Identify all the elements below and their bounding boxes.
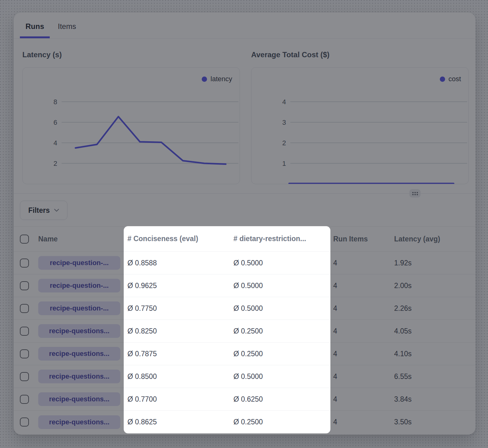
svg-text:2: 2 [53, 160, 57, 167]
svg-text:8: 8 [53, 98, 57, 106]
runs-table: Name # Conciseness (eval) # dietary-rest… [14, 226, 476, 433]
cell-run-items: 4 [330, 343, 394, 365]
legend-dot-icon [202, 77, 207, 82]
row-checkbox[interactable] [20, 327, 29, 336]
column-header-name: Name [38, 226, 124, 252]
row-checkbox[interactable] [20, 418, 29, 427]
run-name-badge[interactable]: recipe-question-... [38, 256, 120, 270]
grip-dots-icon [412, 191, 418, 196]
svg-text:4: 4 [53, 139, 57, 147]
cell-run-items: 4 [330, 365, 394, 388]
charts-section: Latency (s) 8642 latency Average Total C… [14, 39, 476, 184]
row-checkbox-cell [14, 320, 38, 343]
cell-dietary: Ø 0.2500 [230, 411, 330, 433]
cell-latency: 4.05s [394, 320, 476, 343]
cost-chart-title: Average Total Cost ($) [251, 50, 469, 59]
cell-latency: 1.92s [394, 252, 476, 274]
cell-run-items: 4 [330, 297, 394, 320]
run-name-badge[interactable]: recipe-questions... [38, 415, 120, 429]
legend-label: latency [210, 75, 232, 83]
cell-dietary: Ø 0.5000 [230, 365, 330, 388]
row-checkbox-cell [14, 365, 38, 388]
cell-latency: 3.84s [394, 388, 476, 411]
column-header-label: # dietary-restriction... [233, 235, 306, 243]
cell-conciseness: Ø 0.9625 [124, 274, 230, 297]
cell-dietary: Ø 0.5000 [230, 297, 330, 320]
tab-runs[interactable]: Runs [20, 22, 50, 38]
cell-name: recipe-questions... [38, 343, 124, 365]
legend-label: cost [449, 75, 461, 83]
cell-latency: 6.55s [394, 365, 476, 388]
cell-name: recipe-questions... [38, 365, 124, 388]
row-checkbox-cell [14, 388, 38, 411]
cell-conciseness: Ø 0.7700 [124, 388, 230, 411]
table-row: recipe-question-... Ø 0.8588 Ø 0.5000 4 … [14, 252, 476, 274]
cost-chart-block: Average Total Cost ($) 4321 cost [251, 39, 469, 184]
cell-dietary: Ø 0.2500 [230, 343, 330, 365]
cell-dietary: Ø 0.6250 [230, 388, 330, 411]
run-name-badge[interactable]: recipe-question-... [38, 301, 120, 315]
row-checkbox[interactable] [20, 372, 29, 381]
tab-items[interactable]: Items [52, 22, 82, 38]
row-checkbox[interactable] [20, 395, 29, 404]
column-header-run-items: Run Items [330, 226, 394, 252]
run-name-badge[interactable]: recipe-questions... [38, 324, 120, 338]
cell-conciseness: Ø 0.7875 [124, 343, 230, 365]
table-row: recipe-question-... Ø 0.9625 Ø 0.5000 4 … [14, 274, 476, 297]
main-panel: Runs Items Latency (s) 8642 latency Aver… [14, 12, 476, 435]
svg-text:6: 6 [53, 119, 57, 126]
filters-button-label: Filters [28, 206, 50, 215]
cell-run-items: 4 [330, 388, 394, 411]
latency-chart: 8642 latency [22, 67, 240, 184]
select-all-checkbox[interactable] [20, 235, 29, 244]
table-row: recipe-questions... Ø 0.8500 Ø 0.5000 4 … [14, 365, 476, 388]
cell-latency: 2.00s [394, 274, 476, 297]
cell-latency: 3.50s [394, 411, 476, 433]
svg-text:2: 2 [282, 139, 286, 147]
row-checkbox-cell [14, 297, 38, 320]
cell-conciseness: Ø 0.8250 [124, 320, 230, 343]
cell-conciseness: Ø 0.8500 [124, 365, 230, 388]
row-checkbox[interactable] [20, 281, 29, 290]
legend-dot-icon [440, 77, 445, 82]
table-row: recipe-question-... Ø 0.7750 Ø 0.5000 4 … [14, 297, 476, 320]
row-checkbox[interactable] [20, 259, 29, 268]
run-name-badge[interactable]: recipe-questions... [38, 392, 120, 406]
cell-name: recipe-questions... [38, 320, 124, 343]
cell-run-items: 4 [330, 411, 394, 433]
table-row: recipe-questions... Ø 0.8250 Ø 0.2500 4 … [14, 320, 476, 343]
header-checkbox-cell [14, 226, 38, 252]
cost-chart: 4321 cost [251, 67, 469, 184]
column-header-conciseness: # Conciseness (eval) [124, 226, 230, 252]
row-checkbox-cell [14, 274, 38, 297]
filters-button[interactable]: Filters [20, 201, 67, 220]
run-name-badge[interactable]: recipe-question-... [38, 279, 120, 292]
cell-dietary: Ø 0.2500 [230, 320, 330, 343]
cell-latency: 4.10s [394, 343, 476, 365]
cell-latency: 2.26s [394, 297, 476, 320]
row-checkbox-cell [14, 343, 38, 365]
run-name-badge[interactable]: recipe-questions... [38, 370, 120, 383]
column-header-latency: Latency (avg) [394, 226, 476, 252]
column-header-label: # Conciseness (eval) [127, 235, 198, 243]
tab-bar: Runs Items [14, 12, 476, 39]
row-checkbox-cell [14, 411, 38, 433]
cell-run-items: 4 [330, 274, 394, 297]
svg-text:3: 3 [282, 119, 286, 126]
cell-conciseness: Ø 0.7750 [124, 297, 230, 320]
row-checkbox-cell [14, 252, 38, 274]
cell-name: recipe-questions... [38, 388, 124, 411]
svg-text:4: 4 [282, 98, 286, 106]
row-checkbox[interactable] [20, 304, 29, 313]
run-name-badge[interactable]: recipe-questions... [38, 347, 120, 361]
cell-name: recipe-questions... [38, 411, 124, 433]
row-checkbox[interactable] [20, 349, 29, 358]
table-row: recipe-questions... Ø 0.7700 Ø 0.6250 4 … [14, 388, 476, 411]
resize-drag-handle[interactable] [409, 189, 421, 198]
latency-chart-title: Latency (s) [22, 50, 240, 59]
table-header-row: Name # Conciseness (eval) # dietary-rest… [14, 226, 476, 252]
latency-chart-block: Latency (s) 8642 latency [22, 39, 240, 184]
cell-dietary: Ø 0.5000 [230, 252, 330, 274]
cell-dietary: Ø 0.5000 [230, 274, 330, 297]
svg-text:1: 1 [282, 160, 286, 167]
